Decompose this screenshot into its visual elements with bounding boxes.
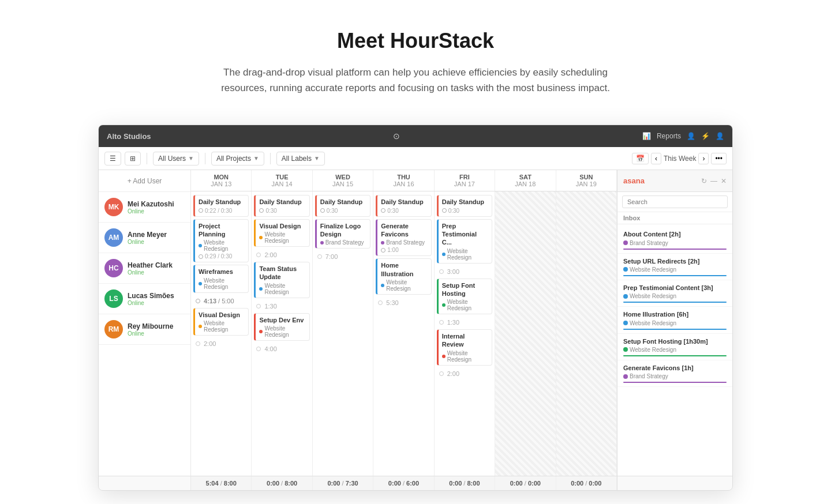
reports-label[interactable]: Reports: [657, 132, 681, 140]
all-projects-btn[interactable]: All Projects ▼: [211, 152, 264, 166]
footer-sun: 0:00 / 0:00: [556, 476, 617, 490]
task-generate-favicons-thu[interactable]: Generate Favicons Brand Strategy 1:00: [376, 219, 431, 257]
next-week-btn[interactable]: ›: [698, 153, 709, 164]
task-daily-standup-mon[interactable]: Daily Standup 0:22 / 0:30: [193, 195, 249, 216]
right-panel-search-input[interactable]: [622, 195, 728, 208]
right-task-prep-testimonial[interactable]: Prep Testimonial Content [3h] Website Re…: [617, 280, 732, 307]
refresh-icon[interactable]: ↻: [701, 177, 707, 185]
task-project-planning-mon[interactable]: Project Planning Website Redesign 0:29 /…: [193, 219, 249, 263]
dash-icon[interactable]: —: [710, 177, 717, 185]
task-daily-standup-thu[interactable]: Daily Standup 0:30: [376, 195, 431, 216]
right-task-setup-url[interactable]: Setup URL Redirects [2h] Website Redesig…: [617, 254, 732, 280]
user-info-anne: Anne Meyer Online: [128, 231, 185, 245]
user-status-heather: Online: [128, 269, 185, 276]
user-status-anne: Online: [128, 239, 185, 245]
task-daily-standup-wed[interactable]: Daily Standup 0:30: [315, 195, 370, 216]
avatar-lucas: LS: [104, 289, 123, 308]
day-col-thu: Daily Standup 0:30 Generate Favicons Bra…: [373, 191, 434, 476]
all-users-arrow: ▼: [188, 155, 194, 161]
task-wireframes-mon[interactable]: Wireframes Website Redesign: [193, 265, 249, 292]
prev-week-btn[interactable]: ‹: [651, 153, 661, 164]
user-info-heather: Heather Clark Online: [128, 261, 185, 276]
task-daily-standup-fri[interactable]: Daily Standup 0:30: [437, 195, 492, 216]
right-panel-search: [617, 192, 732, 212]
avatar-icon[interactable]: 👤: [716, 132, 724, 140]
footer-tue: 0:00 / 8:00: [252, 476, 312, 490]
footer-fri: 0:00 / 8:00: [435, 476, 495, 490]
lightning-icon[interactable]: ⚡: [701, 132, 710, 140]
footer-thu: 0:00 / 6:00: [373, 476, 434, 490]
day-col-sun: [556, 191, 617, 476]
avatar-mei: MK: [104, 198, 123, 216]
user-item-rey[interactable]: RM Rey Mibourne Online: [99, 314, 190, 345]
task-team-status-update-tue[interactable]: Team Status Update Website Redesign: [254, 262, 309, 298]
avatar-heather: HC: [104, 259, 123, 277]
week-nav: 📅 ‹ This Week › •••: [632, 153, 727, 164]
all-users-label: All Users: [158, 155, 186, 163]
right-task-setup-font[interactable]: Setup Font Hosting [1h30m] Website Redes…: [617, 334, 732, 360]
menu-icon-btn[interactable]: ☰: [104, 152, 121, 166]
toolbar-sep-3: [270, 153, 271, 164]
day-col-mon: Daily Standup 0:22 / 0:30 Project Planni…: [191, 191, 252, 476]
right-task-list: About Content [2h] Brand Strategy Setup …: [617, 224, 732, 476]
day-col-fri: Daily Standup 0:30 Prep Testimonial C...…: [435, 191, 495, 476]
toolbar-sep-2: [205, 153, 205, 164]
right-panel-actions: ↻ — ✕: [701, 177, 727, 185]
day-header-sat: SAT JAN 18: [495, 170, 556, 191]
day-col-tue: Daily Standup 0:30 Visual Design Website…: [252, 191, 312, 476]
task-setup-font-hosting-fri[interactable]: Setup Font Hosting Website Redesign: [437, 279, 492, 315]
current-week-label: This Week: [664, 155, 696, 163]
day-header-sun: SUN JAN 19: [556, 170, 617, 191]
avatar-anne: AM: [104, 228, 123, 247]
task-prep-testimonial-fri[interactable]: Prep Testimonial C... Website Redesign: [437, 219, 492, 264]
task-visual-design-mon[interactable]: Visual Design Website Redesign: [193, 308, 249, 336]
footer-right-spacer: [617, 476, 732, 490]
calendar-btn[interactable]: 📅: [632, 153, 649, 164]
reports-icon[interactable]: 📊: [642, 132, 651, 140]
task-home-illustration-thu[interactable]: Home Illustration Website Redesign: [376, 258, 431, 295]
task-visual-design-tue[interactable]: Visual Design Website Redesign: [254, 219, 309, 247]
inbox-label: Inbox: [617, 212, 732, 224]
main-content: + Add User MK Mei Kazutoshi Online AM An…: [99, 170, 732, 476]
options-btn[interactable]: •••: [711, 153, 727, 164]
user-info-rey: Rey Mibourne Online: [128, 322, 185, 337]
right-task-about-content[interactable]: About Content [2h] Brand Strategy: [617, 227, 732, 253]
all-labels-arrow: ▼: [314, 155, 320, 161]
right-panel: asana ↻ — ✕ Inbox About Content [2h]: [617, 170, 732, 476]
user-item-anne[interactable]: AM Anne Meyer Online: [99, 223, 190, 253]
nav-center-icon: ⊙: [393, 131, 400, 141]
all-labels-btn[interactable]: All Labels ▼: [276, 152, 325, 166]
all-projects-arrow: ▼: [253, 155, 259, 161]
day-header-wed: WED JAN 15: [313, 170, 373, 191]
footer-wed: 0:00 / 7:30: [313, 476, 373, 490]
app-container: Alto Studios ⊙ 📊 Reports 👤 ⚡ 👤 ☰ ⊞ All U…: [98, 125, 733, 491]
toolbar-sep-1: [147, 153, 147, 164]
user-name-heather: Heather Clark: [128, 261, 185, 269]
user-icon[interactable]: 👤: [687, 132, 695, 140]
day-col-sat: [495, 191, 556, 476]
right-panel-header: asana ↻ — ✕: [617, 170, 732, 192]
user-name-anne: Anne Meyer: [128, 231, 185, 239]
task-setup-dev-env-tue[interactable]: Setup Dev Env Website Redesign: [254, 313, 309, 341]
close-icon[interactable]: ✕: [721, 177, 727, 185]
user-info-mei: Mei Kazutoshi Online: [128, 200, 185, 215]
grid-icon-btn[interactable]: ⊞: [125, 152, 141, 166]
user-item-mei[interactable]: MK Mei Kazutoshi Online: [99, 192, 190, 223]
add-user-btn[interactable]: + Add User: [99, 170, 190, 192]
user-item-lucas[interactable]: LS Lucas Simões Online: [99, 284, 190, 314]
footer-sidebar-spacer: [99, 476, 191, 490]
task-internal-review-fri[interactable]: Internal Review Website Redesign: [437, 329, 492, 366]
app-name: Alto Studios: [107, 132, 151, 141]
user-name-lucas: Lucas Simões: [128, 292, 185, 300]
page-title: Meet HourStack: [12, 29, 819, 53]
day-header-fri: FRI JAN 17: [435, 170, 495, 191]
page-subtitle: The drag-and-drop visual platform can he…: [214, 65, 617, 96]
user-item-heather[interactable]: HC Heather Clark Online: [99, 253, 190, 284]
task-daily-standup-tue[interactable]: Daily Standup 0:30: [254, 195, 309, 216]
all-users-btn[interactable]: All Users ▼: [153, 152, 199, 166]
page-header: Meet HourStack The drag-and-drop visual …: [0, 0, 831, 113]
right-task-home-illustration[interactable]: Home Illustration [6h] Website Redesign: [617, 307, 732, 333]
task-finalize-logo-wed[interactable]: Finalize Logo Design Brand Strategy: [315, 219, 370, 249]
footer-mon: 5:04 / 8:00: [191, 476, 252, 490]
right-task-generate-favicons[interactable]: Generate Favicons [1h] Brand Strategy: [617, 360, 732, 387]
